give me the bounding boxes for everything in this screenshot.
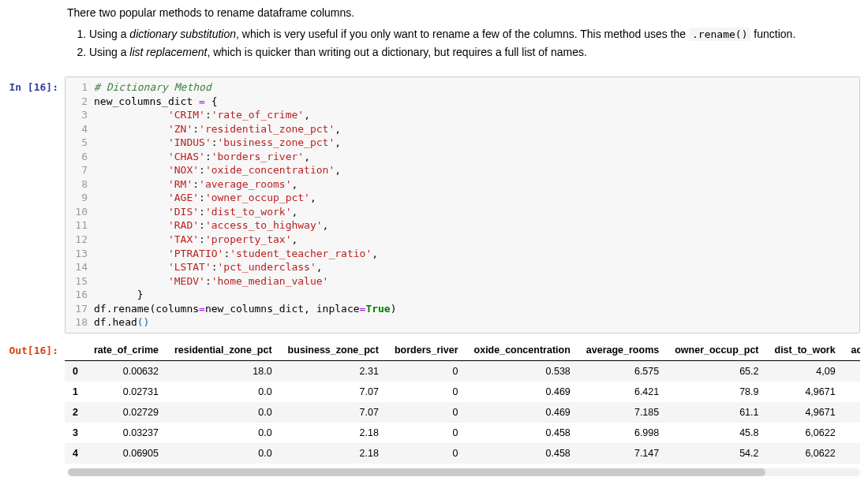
line-number: 16 <box>65 288 94 302</box>
code-line[interactable]: 14 'LSTAT':'pct_underclass', <box>65 260 859 274</box>
code-text[interactable]: df.rename(columns=new_columns_dict, inpl… <box>94 302 859 316</box>
table-cell: 6.998 <box>578 423 667 443</box>
code-text[interactable]: 'AGE':'owner_occup_pct', <box>94 191 859 205</box>
code-text[interactable]: 'LSTAT':'pct_underclass', <box>94 260 859 274</box>
code-text[interactable]: 'RAD':'access_to_highway', <box>94 218 859 233</box>
code-line[interactable]: 4 'ZN':'residential_zone_pct', <box>65 122 859 136</box>
table-cell: 65.2 <box>667 360 766 382</box>
line-number: 1 <box>65 80 94 95</box>
code-text[interactable]: df.head() <box>94 315 859 330</box>
code-text[interactable]: } <box>94 288 859 302</box>
table-column-header: rate_of_crime <box>86 340 166 361</box>
table-cell: 0.538 <box>466 360 578 382</box>
table-cell: 3 <box>844 443 860 464</box>
code-line[interactable]: 10 'DIS':'dist_to_work', <box>65 205 859 219</box>
line-number: 13 <box>65 247 94 261</box>
input-cell: In [16]: 1# Dictionary Method2new_column… <box>0 76 868 333</box>
table-cell: 0.458 <box>466 443 578 464</box>
table-cell: 0 <box>387 360 466 382</box>
rename-code-literal: .rename() <box>689 28 750 41</box>
line-number: 9 <box>65 191 94 205</box>
line-number: 15 <box>65 274 94 289</box>
code-line[interactable]: 1# Dictionary Method <box>65 80 859 95</box>
code-editor[interactable]: 1# Dictionary Method2new_columns_dict = … <box>65 76 860 333</box>
table-row-index: 3 <box>65 423 86 443</box>
code-text[interactable]: 'CHAS':'borders_river', <box>94 150 859 164</box>
table-cell: 0.02729 <box>86 402 166 423</box>
table-row: 20.027290.07.0700.4697.18561.14,96712 <box>65 402 860 423</box>
table-cell: 7.185 <box>578 402 667 423</box>
line-number: 14 <box>65 260 94 274</box>
code-text[interactable]: 'RM':'average_rooms', <box>94 177 859 192</box>
code-line[interactable]: 11 'RAD':'access_to_highway', <box>65 218 859 233</box>
code-line[interactable]: 17df.rename(columns=new_columns_dict, in… <box>65 302 859 316</box>
code-line[interactable]: 6 'CHAS':'borders_river', <box>65 150 859 164</box>
code-line[interactable]: 3 'CRIM':'rate_of_crime', <box>65 108 859 122</box>
code-text[interactable]: 'PTRATIO':'student_teacher_ratio', <box>94 247 859 261</box>
code-text[interactable]: new_columns_dict = { <box>94 95 859 109</box>
table-cell: 78.9 <box>667 382 766 402</box>
code-text[interactable]: 'TAX':'property_tax', <box>94 233 859 247</box>
code-line[interactable]: 16 } <box>65 288 859 302</box>
line-number: 17 <box>65 302 94 316</box>
table-column-header: residential_zone_pct <box>166 340 280 361</box>
table-cell: 7.07 <box>280 382 387 402</box>
table-cell: 0.0 <box>166 443 280 464</box>
code-text[interactable]: 'ZN':'residential_zone_pct', <box>94 122 859 136</box>
table-cell: 2.18 <box>280 423 387 443</box>
table-cell: 0.06905 <box>86 443 166 464</box>
output-prompt: Out[16]: <box>0 340 65 464</box>
table-cell: 2 <box>844 382 860 402</box>
table-column-header: borders_river <box>387 340 466 361</box>
table-cell: 0.469 <box>466 382 578 402</box>
table-cell: 6.575 <box>578 360 667 382</box>
line-number: 3 <box>65 108 94 122</box>
table-column-header: business_zone_pct <box>280 340 387 361</box>
code-line[interactable]: 2new_columns_dict = { <box>65 95 859 109</box>
method-item-2: Using a list replacement, which is quick… <box>89 44 852 61</box>
table-cell: 2.18 <box>280 443 387 464</box>
markdown-description: There two popular methods to rename data… <box>67 0 868 70</box>
horizontal-scrollbar-thumb[interactable] <box>68 468 765 476</box>
code-text[interactable]: 'NOX':'oxide_concentration', <box>94 163 859 177</box>
table-cell: 0.469 <box>466 402 578 423</box>
code-text[interactable]: 'DIS':'dist_to_work', <box>94 205 859 219</box>
table-cell: 0 <box>387 443 466 464</box>
code-line[interactable]: 5 'INDUS':'business_zone_pct', <box>65 136 859 150</box>
table-cell: 0 <box>387 423 466 443</box>
table-cell: 0.00632 <box>86 360 166 382</box>
code-text[interactable]: 'INDUS':'business_zone_pct', <box>94 136 859 150</box>
table-row: 40.069050.02.1800.4587.14754.26,06223 <box>65 443 860 464</box>
line-number: 7 <box>65 163 94 177</box>
code-line[interactable]: 8 'RM':'average_rooms', <box>65 177 859 192</box>
code-line[interactable]: 9 'AGE':'owner_occup_pct', <box>65 191 859 205</box>
line-number: 4 <box>65 122 94 136</box>
table-column-header: average_rooms <box>578 340 667 361</box>
table-cell: 0.0 <box>166 423 280 443</box>
table-cell: 0.03237 <box>86 423 166 443</box>
line-number: 5 <box>65 136 94 150</box>
table-cell: 2 <box>844 402 860 423</box>
table-cell: 6.421 <box>578 382 667 402</box>
code-line[interactable]: 12 'TAX':'property_tax', <box>65 233 859 247</box>
method-list: Using a dictionary substitution, which i… <box>67 26 852 61</box>
output-cell: Out[16]: rate_of_crimeresidential_zone_p… <box>0 340 868 464</box>
code-line[interactable]: 13 'PTRATIO':'student_teacher_ratio', <box>65 247 859 261</box>
code-text[interactable]: 'MEDV':'home_median_value' <box>94 274 859 289</box>
table-cell: 1 <box>844 360 860 382</box>
code-line[interactable]: 7 'NOX':'oxide_concentration', <box>65 163 859 177</box>
code-line[interactable]: 18df.head() <box>65 315 859 330</box>
line-number: 2 <box>65 95 94 109</box>
line-number: 8 <box>65 177 94 192</box>
table-cell: 4,09 <box>767 360 844 382</box>
method-item-1: Using a dictionary substitution, which i… <box>89 26 852 43</box>
horizontal-scrollbar[interactable] <box>68 468 860 476</box>
code-line[interactable]: 15 'MEDV':'home_median_value' <box>65 274 859 289</box>
table-column-header: oxide_concentration <box>466 340 578 361</box>
dataframe-output[interactable]: rate_of_crimeresidential_zone_pctbusines… <box>65 340 860 464</box>
code-text[interactable]: # Dictionary Method <box>94 80 859 95</box>
table-column-header: dist_to_work <box>767 340 844 361</box>
code-text[interactable]: 'CRIM':'rate_of_crime', <box>94 108 859 122</box>
table-cell: 7.07 <box>280 402 387 423</box>
table-cell: 0.0 <box>166 382 280 402</box>
